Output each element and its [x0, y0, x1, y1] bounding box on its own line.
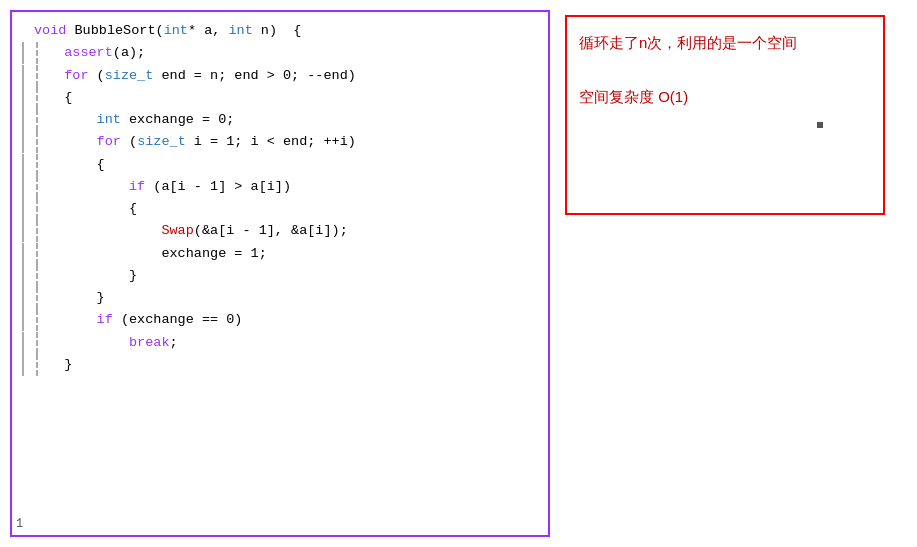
gutter-14b — [30, 309, 44, 331]
gutter-16 — [16, 354, 30, 376]
code-line-5: int exchange = 0; — [16, 109, 540, 131]
code-text-13: } — [44, 287, 105, 309]
code-text-2: assert(a); — [44, 42, 145, 64]
gutter-12b — [30, 265, 44, 287]
code-text-12: } — [44, 265, 137, 287]
code-text-3: for (size_t end = n; end > 0; --end) — [44, 65, 356, 87]
main-container: void BubbleSort(int* a, int n) { assert(… — [0, 0, 917, 547]
gutter-2 — [16, 42, 30, 64]
gutter-11 — [16, 243, 30, 265]
code-line-9: { — [16, 198, 540, 220]
code-text-4: { — [44, 87, 72, 109]
gutter-4b — [30, 87, 44, 109]
code-line-7: { — [16, 154, 540, 176]
code-line-14: if (exchange == 0) — [16, 309, 540, 331]
gutter-3 — [16, 65, 30, 87]
gutter-7 — [16, 154, 30, 176]
annotation-line3: 空间复杂度 O(1) — [579, 88, 688, 105]
gutter-9b — [30, 198, 44, 220]
code-line-12: } — [16, 265, 540, 287]
code-line-1: void BubbleSort(int* a, int n) { — [16, 20, 540, 42]
code-text-15: break; — [44, 332, 178, 354]
code-line-8: if (a[i - 1] > a[i]) — [16, 176, 540, 198]
code-line-16: } — [16, 354, 540, 376]
code-text-14: if (exchange == 0) — [44, 309, 242, 331]
code-text-6: for (size_t i = 1; i < end; ++i) — [44, 131, 356, 153]
annotation-text: 循环走了n次，利用的是一个空间 空间复杂度 O(1) — [579, 29, 871, 110]
gutter-9 — [16, 198, 30, 220]
gutter-6 — [16, 131, 30, 153]
gutter-11b — [30, 243, 44, 265]
gutter-15b — [30, 332, 44, 354]
annotation-panel: 循环走了n次，利用的是一个空间 空间复杂度 O(1) — [565, 15, 885, 215]
gutter-12 — [16, 265, 30, 287]
gutter-10b — [30, 220, 44, 242]
code-text-5: int exchange = 0; — [44, 109, 234, 131]
gutter-13b — [30, 287, 44, 309]
code-line-15: break; — [16, 332, 540, 354]
gutter-5 — [16, 109, 30, 131]
code-line-2: assert(a); — [16, 42, 540, 64]
code-content: void BubbleSort(int* a, int n) { assert(… — [16, 20, 540, 376]
code-line-4: { — [16, 87, 540, 109]
code-text-16: } — [44, 354, 72, 376]
code-text-1: void BubbleSort(int* a, int n) { — [30, 20, 301, 42]
code-text-10: Swap(&a[i - 1], &a[i]); — [44, 220, 348, 242]
code-text-8: if (a[i - 1] > a[i]) — [44, 176, 291, 198]
code-text-11: exchange = 1; — [44, 243, 267, 265]
code-line-11: exchange = 1; — [16, 243, 540, 265]
code-line-10: Swap(&a[i - 1], &a[i]); — [16, 220, 540, 242]
code-line-6: for (size_t i = 1; i < end; ++i) — [16, 131, 540, 153]
gutter-3b — [30, 65, 44, 87]
code-line-13: } — [16, 287, 540, 309]
code-line-3: for (size_t end = n; end > 0; --end) — [16, 65, 540, 87]
gutter-7b — [30, 154, 44, 176]
gutter-16b — [30, 354, 44, 376]
small-square-marker — [817, 122, 823, 128]
code-panel: void BubbleSort(int* a, int n) { assert(… — [10, 10, 550, 537]
gutter-10 — [16, 220, 30, 242]
gutter-5b — [30, 109, 44, 131]
code-text-7: { — [44, 154, 105, 176]
gutter-8b — [30, 176, 44, 198]
gutter-6b — [30, 131, 44, 153]
line-number: 1 — [16, 517, 23, 531]
gutter-8 — [16, 176, 30, 198]
gutter-13 — [16, 287, 30, 309]
annotation-line1: 循环走了n次，利用的是一个空间 — [579, 34, 797, 51]
gutter-4 — [16, 87, 30, 109]
gutter-14 — [16, 309, 30, 331]
code-text-9: { — [44, 198, 137, 220]
gutter-2b — [30, 42, 44, 64]
gutter-15 — [16, 332, 30, 354]
